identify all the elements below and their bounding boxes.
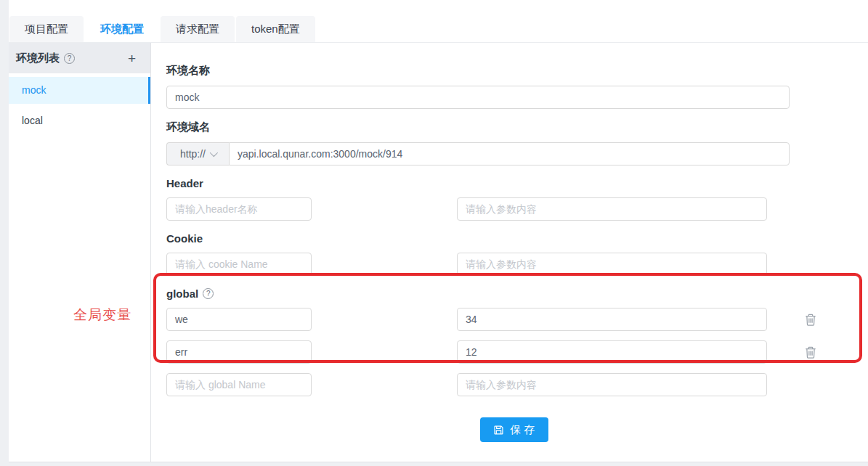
global-value-input[interactable] [457, 373, 767, 396]
global-name-input[interactable] [166, 340, 312, 364]
header-name-input[interactable] [166, 197, 312, 221]
environment-form: 环境名称 环境域名 http:// Header Cooki [151, 43, 868, 462]
global-name-input[interactable] [166, 373, 312, 396]
global-value-input[interactable] [457, 308, 767, 331]
global-row-empty [166, 373, 868, 396]
delete-row-button[interactable] [803, 311, 819, 328]
add-environment-icon[interactable]: + [128, 52, 136, 65]
cookie-name-input[interactable] [166, 253, 312, 276]
chevron-down-icon [210, 149, 218, 157]
global-row [166, 340, 868, 364]
sidebar-item-local[interactable]: local [9, 107, 150, 134]
tab-env-config[interactable]: 环境配置 [85, 16, 159, 42]
header-section-label: Header [166, 177, 868, 189]
environment-list-header: 环境列表 ? + [9, 43, 150, 73]
header-row [166, 197, 868, 221]
environment-list-title: 环境列表 [16, 52, 60, 65]
protocol-select[interactable]: http:// [166, 142, 229, 165]
env-domain-group: http:// [166, 142, 790, 165]
save-button[interactable]: 保 存 [480, 417, 548, 442]
question-circle-icon[interactable]: ? [64, 53, 75, 64]
environment-sidebar: 环境列表 ? + mock local [9, 43, 151, 462]
tab-request-config[interactable]: 请求配置 [161, 16, 235, 42]
env-name-label: 环境名称 [166, 64, 868, 78]
settings-card: 项目配置 环境配置 请求配置 token配置 环境列表 ? + mock loc… [9, 0, 868, 462]
cookie-section-label: Cookie [166, 232, 868, 245]
global-value-input[interactable] [457, 340, 767, 364]
sidebar-item-mock[interactable]: mock [9, 77, 150, 104]
tab-project-config[interactable]: 项目配置 [9, 16, 84, 42]
env-domain-label: 环境域名 [166, 120, 868, 134]
save-icon [493, 425, 504, 436]
env-domain-input[interactable] [229, 142, 790, 165]
delete-row-button[interactable] [803, 344, 819, 361]
settings-tabbar: 项目配置 环境配置 请求配置 token配置 [9, 0, 868, 43]
trash-icon [804, 313, 817, 327]
env-name-input[interactable] [166, 86, 790, 109]
question-circle-icon[interactable]: ? [203, 288, 214, 299]
tab-token-config[interactable]: token配置 [236, 16, 315, 42]
cookie-value-input[interactable] [457, 253, 767, 276]
trash-icon [804, 346, 817, 359]
global-name-input[interactable] [166, 308, 312, 331]
global-row [166, 308, 868, 331]
cookie-row [166, 253, 868, 276]
global-section-label: global ? [166, 287, 868, 300]
header-value-input[interactable] [457, 197, 767, 221]
